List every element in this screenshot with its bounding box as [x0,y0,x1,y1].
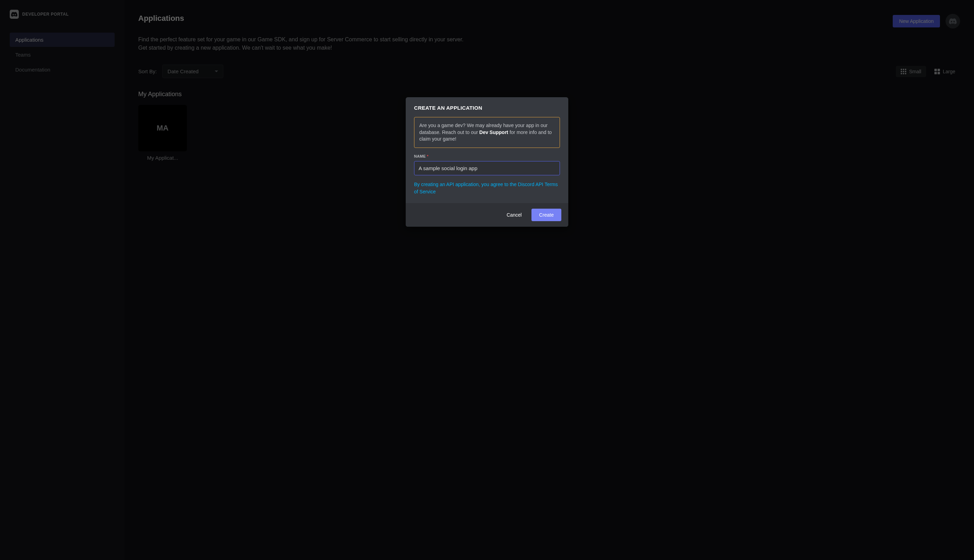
create-button[interactable]: Create [531,209,561,221]
cancel-button[interactable]: Cancel [500,209,528,221]
modal-title: CREATE AN APPLICATION [414,105,560,111]
application-name-input[interactable] [414,161,560,175]
modal-overlay[interactable] [0,0,974,560]
game-dev-notice: Are you a game dev? We may already have … [414,117,560,148]
modal-body: CREATE AN APPLICATION Are you a game dev… [406,97,568,203]
required-asterisk: * [427,154,429,158]
dev-support-link[interactable]: Dev Support [479,130,508,135]
create-application-modal: CREATE AN APPLICATION Are you a game dev… [406,97,568,227]
name-field-label: NAME * [414,154,560,158]
modal-footer: Cancel Create [406,203,568,227]
tos-link[interactable]: By creating an API application, you agre… [414,181,560,195]
